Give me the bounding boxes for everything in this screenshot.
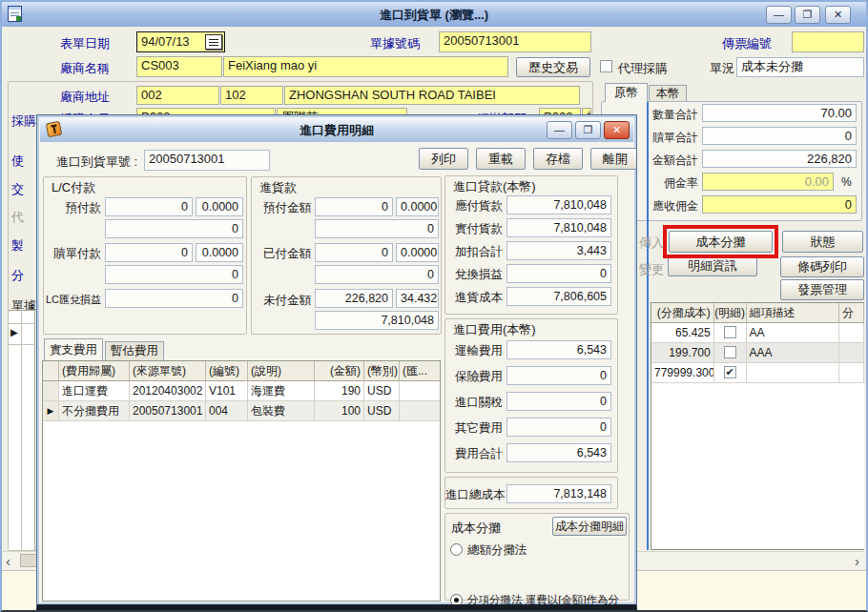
status-button[interactable]: 狀態	[782, 231, 863, 253]
reload-button[interactable]: 重載	[476, 148, 526, 170]
exit-button[interactable]: 離開	[590, 148, 637, 170]
detail-info-button[interactable]: 明細資訊	[668, 255, 757, 276]
method-itemized-radio[interactable]	[450, 594, 463, 606]
purchase-paid-amount[interactable]: 0	[315, 243, 393, 262]
import-button-partial: 傳入	[639, 235, 666, 252]
commission-due-field[interactable]: 0	[702, 195, 857, 214]
loan-adjust-field[interactable]: 3,443	[506, 241, 611, 260]
expense-table: (費用歸屬) (來源單號) (編號) (說明) (金額) (幣別) (匯... …	[42, 360, 441, 602]
vendor-name-field[interactable]: FeiXiang mao yi	[223, 56, 508, 77]
dialog-minimize-button[interactable]: —	[547, 121, 572, 139]
scroll-right-arrow[interactable]: ›	[855, 553, 859, 569]
lc-prepay-amount[interactable]: 0	[105, 197, 193, 216]
detail-checkbox[interactable]: ✔	[724, 366, 736, 378]
allocation-detail-button[interactable]: 成本分攤明細	[552, 517, 627, 536]
expense-row-selected[interactable]: ▶ 不分攤費用 20050713001 004 包裝費 100 USD	[43, 401, 440, 421]
col-code: (編號)	[206, 361, 248, 381]
form-date-field[interactable]: 94/07/13	[136, 31, 225, 52]
purchase-title: 進貨款	[259, 179, 297, 196]
tab-local-currency[interactable]: 本幣	[649, 85, 687, 102]
form-voucher-field[interactable]	[792, 31, 864, 52]
invoice-manage-button[interactable]: 發票管理	[780, 279, 864, 300]
scroll-left-arrow[interactable]: ‹	[6, 553, 10, 569]
col-desc: 細項描述	[747, 303, 840, 323]
fee-duty-field[interactable]: 0	[506, 392, 611, 411]
vendor-code-field[interactable]: CS003	[136, 56, 222, 77]
purchase-prepay-total[interactable]: 0	[315, 219, 439, 238]
table-row[interactable]: 65.425 AA	[651, 323, 864, 343]
main-grid-clipped[interactable]: ▶	[9, 310, 35, 550]
loan-paid-label: 實付貨款	[449, 221, 503, 237]
address-label: 廠商地址	[60, 89, 110, 106]
purchase-paid-label: 已付金額	[254, 246, 311, 262]
purchase-unpaid-total[interactable]: 7,810,048	[315, 311, 439, 330]
lc-redeem-total[interactable]: 0	[105, 265, 243, 284]
dialog-close-button[interactable]: ✕	[604, 121, 630, 139]
commission-due-label: 應收佣金	[649, 198, 698, 214]
lc-prepay-rate[interactable]: 0.0000	[196, 197, 243, 216]
amount-total-label: 金額合計	[649, 153, 698, 169]
close-button[interactable]: ✕	[825, 6, 851, 24]
purchase-unpaid-amount[interactable]: 226,820	[315, 289, 393, 308]
address-code2-field[interactable]: 102	[220, 86, 283, 105]
purchase-paid-total[interactable]: 0	[315, 265, 439, 284]
barcode-print-button[interactable]: 條碼列印	[780, 256, 864, 277]
loan-cost-field[interactable]: 7,806,605	[506, 287, 611, 306]
loan-paid-field[interactable]: 7,810,048	[506, 218, 611, 237]
expense-row[interactable]: 進口運費 20120403002 V101 海運費 190 USD	[43, 381, 440, 401]
print-button[interactable]: 列印	[419, 148, 468, 170]
detail-checkbox[interactable]	[724, 346, 736, 358]
allocation-table-header: (分攤成本) (明細) 細項描述 分	[651, 303, 864, 323]
col-category: (費用歸屬)	[59, 361, 130, 381]
purchase-prepay-rate[interactable]: 0.0000	[396, 197, 439, 216]
history-button[interactable]: 歷史交易	[516, 57, 590, 77]
purchase-paid-rate[interactable]: 0.0000	[396, 243, 439, 262]
loan-title: 進口貸款(本幣)	[453, 178, 536, 195]
save-button[interactable]: 存檔	[533, 148, 583, 170]
lc-redeem-label: 贖單付款	[46, 246, 101, 262]
commission-rate-field[interactable]: 0.00	[702, 173, 834, 191]
form-date-value: 94/07/13	[141, 34, 190, 49]
fee-total-field[interactable]: 6,543	[506, 443, 611, 462]
grand-total-field[interactable]: 7,813,148	[506, 484, 611, 503]
table-row[interactable]: 199.700 AAA	[651, 343, 864, 363]
agent-checkbox[interactable]	[600, 60, 612, 72]
import-fees-groupbox: 進口費用(本幣) 運輸費用 6,543 保險費用 0 進口關稅 0 其它費用 0…	[444, 318, 618, 473]
tab-actual-expense[interactable]: 實支費用	[44, 338, 103, 360]
dialog-docno-field[interactable]: 20050713001	[144, 150, 270, 171]
purchase-prepay-label: 預付金額	[254, 200, 311, 216]
doc-status-value: 成本未分攤	[736, 57, 864, 77]
tab-estimated-expense[interactable]: 暫估費用	[105, 341, 164, 360]
fee-other-field[interactable]: 0	[506, 418, 611, 437]
purchase-prepay-amount[interactable]: 0	[315, 197, 393, 216]
detail-checkbox[interactable]	[724, 326, 736, 338]
tab-origin-currency[interactable]: 原幣	[605, 83, 648, 102]
maximize-button[interactable]: ❐	[795, 6, 820, 24]
qty-total-field[interactable]: 70.00	[702, 104, 857, 122]
method-total-radio[interactable]	[450, 543, 463, 556]
dialog-title: 進口費用明細	[40, 122, 633, 139]
calendar-button[interactable]	[205, 34, 222, 50]
address-code1-field[interactable]: 002	[136, 86, 219, 105]
lc-redeem-rate[interactable]: 0.0000	[196, 243, 243, 262]
minimize-button[interactable]: —	[766, 6, 792, 24]
grand-total-groupbox: 進口總成本 7,813,148	[444, 477, 618, 509]
fee-transport-field[interactable]: 6,543	[506, 340, 611, 359]
amount-total-field[interactable]: 226,820	[702, 150, 857, 168]
grid-row-marker: ▶	[10, 327, 18, 337]
loan-payable-field[interactable]: 7,810,048	[506, 195, 611, 214]
form-docno-field[interactable]: 20050713001	[439, 31, 591, 52]
redeem-total-field[interactable]: 0	[702, 127, 857, 145]
address-text-field[interactable]: ZHONGSHAN SOUTH ROAD TAIBEI	[284, 86, 580, 105]
lc-fx-field[interactable]: 0	[105, 289, 243, 308]
fee-insurance-field[interactable]: 0	[506, 366, 611, 385]
loan-adjust-label: 加扣合計	[449, 244, 503, 260]
purchase-unpaid-rate[interactable]: 34.4328	[396, 289, 439, 308]
dialog-maximize-button[interactable]: ❐	[575, 121, 601, 139]
lc-prepay-total[interactable]: 0	[105, 219, 243, 238]
table-row[interactable]: 779999.300 ✔	[651, 363, 864, 383]
redeem-total-label: 贖單合計	[649, 130, 698, 146]
loan-fx-field[interactable]: 0	[506, 264, 611, 283]
dialog-docno-label: 進口到貨單號 :	[56, 153, 137, 171]
lc-redeem-amount[interactable]: 0	[105, 243, 193, 262]
